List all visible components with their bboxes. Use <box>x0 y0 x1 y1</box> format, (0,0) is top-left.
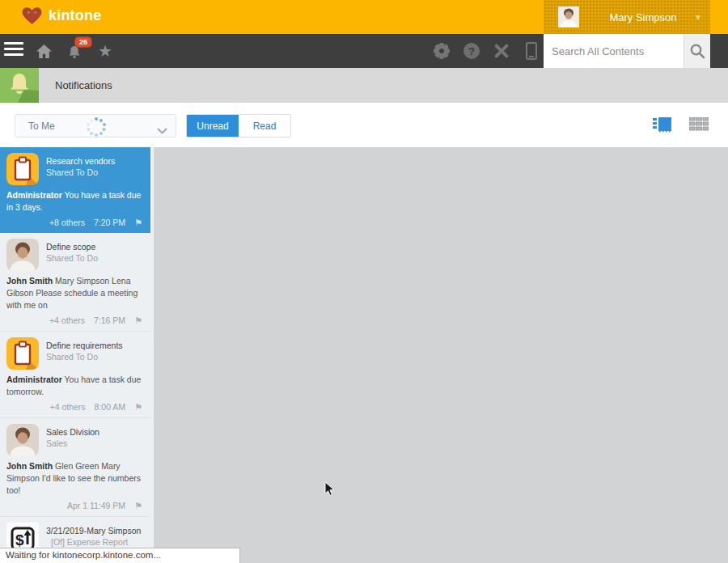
read-tab[interactable]: Read <box>239 115 290 137</box>
others-count: +8 others <box>49 216 85 229</box>
notification-message: Administrator You have a task due in 3 d… <box>6 189 144 214</box>
browser-status-bar: Waiting for kintonecorp.kintone.com... <box>0 548 240 563</box>
user-avatar <box>558 6 579 28</box>
todo-clipboard-icon <box>6 337 39 370</box>
timestamp: Apr 1 11:49 PM <box>67 499 125 512</box>
notification-meta: +4 others 8:00 AM ⚑ <box>6 400 144 413</box>
notifications-bell-icon[interactable]: 26 <box>65 34 84 68</box>
user-name: Mary Simpson <box>590 11 696 23</box>
notification-count-badge: 26 <box>74 36 92 48</box>
chevron-down-icon: ▾ <box>696 11 700 23</box>
notifications-app-icon <box>0 68 39 103</box>
hamburger-menu-icon[interactable] <box>4 42 23 60</box>
timestamp: 7:16 PM <box>94 314 125 327</box>
user-avatar <box>6 424 39 456</box>
notification-title: Research vendors <box>46 155 115 167</box>
notification-title: Define scope <box>46 241 98 252</box>
notification-item[interactable]: Sales Division Sales John Smith Glen Gre… <box>0 418 150 517</box>
help-icon[interactable]: ? <box>462 34 481 68</box>
notification-meta: Apr 1 11:49 PM ⚑ <box>6 499 144 512</box>
kintone-heart-icon <box>21 6 43 25</box>
notification-meta: +4 others 7:16 PM ⚑ <box>6 314 144 327</box>
notification-title: 3/21/2019-Mary Simpson <box>46 525 141 536</box>
mouse-cursor <box>324 481 335 500</box>
mobile-phone-icon[interactable] <box>522 34 541 68</box>
main-toolbar: 26 ★ ? <box>0 34 728 68</box>
admin-tools-icon[interactable] <box>492 34 511 68</box>
notification-item[interactable]: Define requirements Shared To Do Adminis… <box>0 332 150 418</box>
notification-filter-dropdown[interactable]: To Me <box>15 114 176 138</box>
notification-message: John Smith Mary Simpson Lena Gibson Plea… <box>6 275 144 311</box>
others-count: +4 others <box>50 400 86 413</box>
page-title: Notifications <box>55 68 112 103</box>
notification-subtitle: [Of] Expense Report <box>46 536 141 548</box>
loading-spinner-icon <box>85 116 108 142</box>
chevron-down-icon <box>157 123 167 138</box>
timestamp: 7:20 PM <box>94 216 125 229</box>
notification-detail-area <box>154 147 728 563</box>
user-avatar <box>6 239 39 271</box>
notification-subtitle: Shared To Do <box>46 351 123 362</box>
flag-icon[interactable]: ⚑ <box>134 216 142 229</box>
flag-icon[interactable]: ⚑ <box>134 400 142 413</box>
svg-text:$: $ <box>15 531 24 548</box>
notification-item[interactable]: Research vendors Shared To Do Administra… <box>0 147 150 233</box>
preview-view-icon[interactable] <box>653 117 671 136</box>
notification-list: Research vendors Shared To Do Administra… <box>0 147 154 563</box>
read-state-toggle: Unread Read <box>186 114 291 138</box>
unread-tab[interactable]: Unread <box>187 115 239 137</box>
notification-meta: +8 others 7:20 PM ⚑ <box>6 216 144 229</box>
home-icon[interactable] <box>34 34 53 68</box>
notification-title: Sales Division <box>46 426 99 438</box>
grid-view-icon[interactable] <box>689 117 709 136</box>
settings-gear-icon[interactable] <box>432 34 451 68</box>
timestamp: 8:00 AM <box>95 400 126 413</box>
brand-name: kintone <box>49 7 101 24</box>
dropdown-selected-value: To Me <box>28 121 55 132</box>
notification-message: John Smith Glen Green Mary Simpson I'd l… <box>6 460 144 497</box>
favorites-star-icon[interactable]: ★ <box>95 34 115 68</box>
notification-subtitle: Shared To Do <box>46 167 115 178</box>
notification-subtitle: Shared To Do <box>46 252 98 264</box>
notification-subtitle: Sales <box>46 438 99 449</box>
flag-icon[interactable]: ⚑ <box>134 314 142 327</box>
todo-clipboard-icon <box>6 153 39 185</box>
notification-item[interactable]: Define scope Shared To Do John Smith Mar… <box>0 233 150 332</box>
search-icon <box>689 43 705 59</box>
top-header: kintone Mary Simpson ▾ <box>0 0 728 34</box>
user-menu[interactable]: Mary Simpson ▾ <box>544 0 710 34</box>
notification-message: Administrator You have a task due tomorr… <box>6 374 144 398</box>
search-button[interactable] <box>684 34 710 68</box>
page-header: Notifications <box>0 68 728 103</box>
kintone-logo[interactable]: kintone <box>21 6 101 25</box>
global-search <box>544 34 710 68</box>
filter-bar: To Me Unread Read <box>0 103 728 147</box>
flag-icon[interactable]: ⚑ <box>134 499 142 512</box>
search-input[interactable] <box>544 34 684 68</box>
others-count: +4 others <box>49 314 85 327</box>
notification-title: Define requirements <box>46 340 123 351</box>
